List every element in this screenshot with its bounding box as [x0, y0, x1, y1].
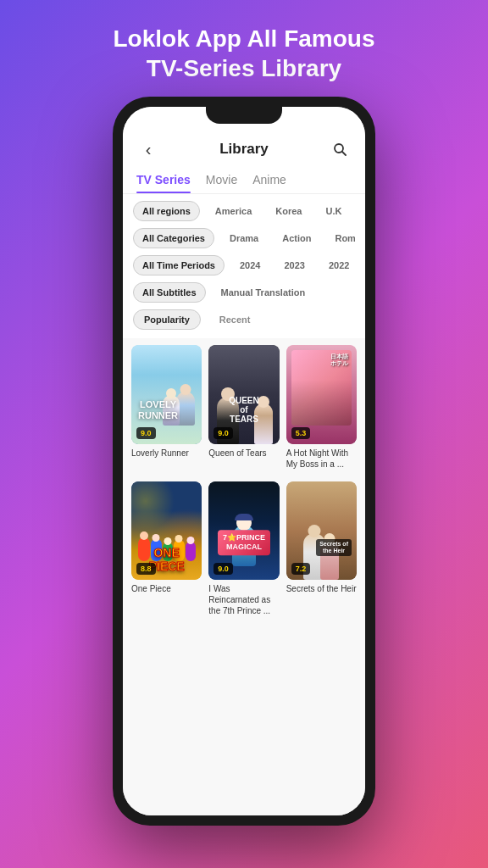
filters-section: All regions America Korea U.K Jap All Ca…	[123, 194, 365, 338]
filter-2023[interactable]: 2023	[275, 256, 313, 275]
card-title-7th-prince: I Was Reincarnated as the 7th Prince ...	[208, 583, 279, 616]
filter-romance[interactable]: Romance	[326, 229, 355, 248]
page-title: Loklok App All Famous TV-Series Library	[87, 0, 400, 97]
sort-recent[interactable]: Recent	[209, 310, 261, 329]
tab-tv-series[interactable]: TV Series	[136, 168, 191, 193]
card-title-hot-night: A Hot Night With My Boss in a ...	[286, 448, 357, 470]
grid-row-1: LOVELYRUNNER 9.0 Loverly Runner	[131, 345, 357, 470]
tab-anime[interactable]: Anime	[252, 168, 286, 193]
filter-2022[interactable]: 2022	[320, 256, 355, 275]
content-grid: LOVELYRUNNER 9.0 Loverly Runner	[123, 338, 365, 815]
filter-2024[interactable]: 2024	[231, 256, 269, 275]
category-filter-row: All Categories Drama Action Romance	[133, 228, 355, 248]
card-one-piece[interactable]: ONE PIECE 8.8 One Piece	[131, 481, 202, 617]
app-header: ‹ Library	[123, 132, 365, 168]
svg-line-1	[342, 152, 346, 155]
subtitle-filter-row: All Subtitles Manual Translation	[133, 282, 355, 303]
filter-all-time-periods[interactable]: All Time Periods	[133, 255, 225, 275]
filter-manual-translation[interactable]: Manual Translation	[213, 283, 314, 302]
region-filter-row: All regions America Korea U.K Jap	[133, 201, 355, 221]
card-title-secrets-heir: Secrets of the Heir	[286, 583, 357, 594]
phone-frame: ‹ Library TV Series Movie Anime All regi…	[113, 97, 375, 826]
filter-all-subtitles[interactable]: All Subtitles	[133, 282, 206, 303]
back-button[interactable]: ‹	[136, 137, 160, 161]
notch-bar	[123, 107, 365, 132]
search-button[interactable]	[328, 137, 352, 161]
filter-action[interactable]: Action	[274, 229, 319, 248]
card-lovely-runner[interactable]: LOVELYRUNNER 9.0 Loverly Runner	[131, 345, 202, 470]
phone-screen: ‹ Library TV Series Movie Anime All regi…	[123, 107, 365, 815]
filter-korea[interactable]: Korea	[267, 202, 310, 220]
filter-uk[interactable]: U.K	[317, 202, 350, 220]
grid-row-2: ONE PIECE 8.8 One Piece	[131, 481, 357, 617]
filter-all-categories[interactable]: All Categories	[133, 228, 214, 248]
tab-movie[interactable]: Movie	[206, 168, 237, 193]
tabs-row: TV Series Movie Anime	[123, 168, 365, 194]
notch	[206, 107, 282, 124]
sort-popularity[interactable]: Popularity	[133, 309, 201, 330]
card-7th-prince[interactable]: 7⭐PRINCEMAGICAL 9.0 I Was Reincarnated a…	[208, 481, 279, 617]
card-title-queen-of-tears: Queen of Tears	[208, 448, 279, 459]
card-hot-night[interactable]: 日本語ホテル 5.3 A Hot Night With My Boss in a…	[286, 345, 357, 470]
filter-drama[interactable]: Drama	[221, 229, 267, 248]
time-period-filter-row: All Time Periods 2024 2023 2022	[133, 255, 355, 275]
card-title-one-piece: One Piece	[131, 583, 202, 594]
sort-row: Popularity Recent	[133, 309, 355, 330]
card-queen-of-tears[interactable]: QUEENofTEARS 9.0 Queen of Tears	[208, 345, 279, 470]
library-title: Library	[219, 141, 269, 158]
card-secrets-heir[interactable]: Secrets ofthe Heir 7.2 Secrets of the He…	[286, 481, 357, 617]
card-title-lovely-runner: Loverly Runner	[131, 448, 202, 459]
filter-all-regions[interactable]: All regions	[133, 201, 200, 221]
filter-america[interactable]: America	[207, 202, 260, 220]
